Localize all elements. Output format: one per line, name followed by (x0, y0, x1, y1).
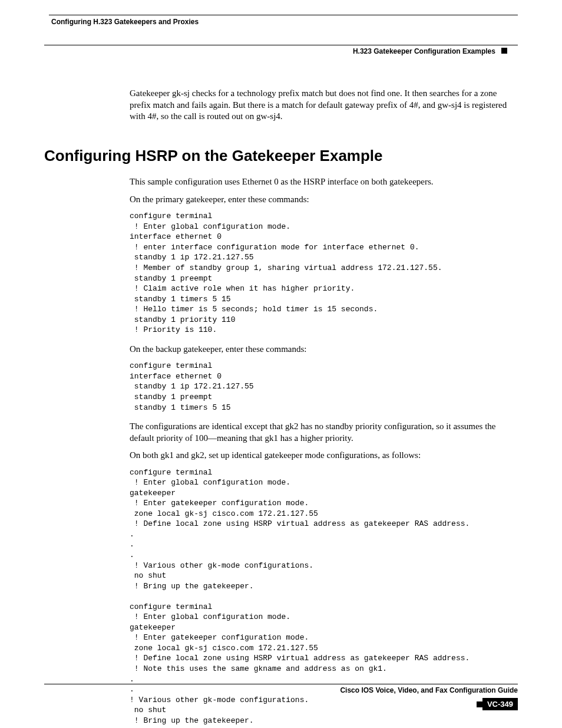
page-number-box: VC-349 (44, 698, 518, 710)
header-right-text: H.323 Gatekeeper Configuration Examples (353, 47, 495, 55)
page-marker-icon (477, 701, 482, 707)
paragraph-5: On both gk1 and gk2, set up identical ga… (130, 450, 518, 462)
paragraph-3: On the backup gatekeeper, enter these co… (130, 344, 518, 355)
header-marker-icon (501, 48, 507, 54)
paragraph-2: On the primary gatekeeper, enter these c… (130, 194, 518, 206)
body-content: Gatekeeper gk-sj checks for a technology… (130, 88, 518, 726)
header-row: Configuring H.323 Gatekeepers and Proxie… (44, 15, 518, 27)
intro-paragraph: Gatekeeper gk-sj checks for a technology… (130, 88, 518, 123)
sub-header: H.323 Gatekeeper Configuration Examples (44, 45, 518, 55)
section-heading: Configuring HSRP on the Gatekeeper Examp… (44, 146, 518, 166)
paragraph-4: The configurations are identical except … (130, 421, 518, 444)
paragraph-1: This sample configuration uses Ethernet … (130, 176, 518, 188)
footer-row: Cisco IOS Voice, Video, and Fax Configur… (44, 684, 518, 694)
code-block-1: configure terminal ! Enter global config… (130, 211, 518, 335)
header-left: Configuring H.323 Gatekeepers and Proxie… (44, 18, 199, 26)
page-number: VC-349 (482, 698, 518, 710)
footer-title: Cisco IOS Voice, Video, and Fax Configur… (44, 686, 518, 694)
footer: Cisco IOS Voice, Video, and Fax Configur… (44, 684, 518, 710)
page: Configuring H.323 Gatekeepers and Proxie… (0, 0, 562, 728)
code-block-2: configure terminal interface ethernet 0 … (130, 361, 518, 413)
